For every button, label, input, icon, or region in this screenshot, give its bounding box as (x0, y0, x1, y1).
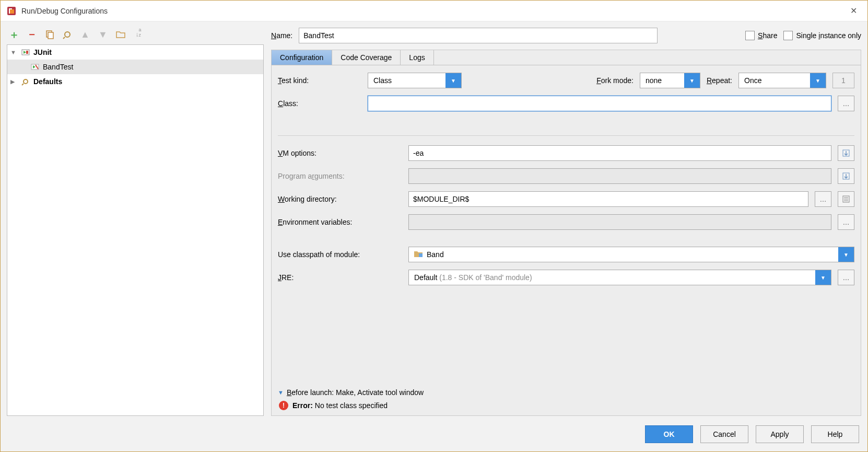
chevron-down-icon[interactable]: ▼ (810, 73, 826, 88)
working-dir-input[interactable] (408, 191, 808, 207)
close-icon[interactable]: ✕ (846, 4, 861, 18)
tab-configuration[interactable]: Configuration (272, 50, 332, 65)
tree-label-defaults: Defaults (33, 77, 62, 86)
tree-node-bandtest[interactable]: BandTest (7, 60, 263, 74)
jre-hint: (1.8 - SDK of 'Band' module) (439, 273, 532, 282)
chevron-down-icon[interactable]: ▼ (445, 73, 461, 88)
move-up-icon[interactable]: ▲ (80, 29, 90, 40)
single-instance-label: Single instance only (796, 31, 861, 40)
testkind-value: Class (368, 76, 445, 85)
checkbox-icon (745, 31, 755, 40)
wrench-gear-icon (21, 77, 30, 86)
vm-options-label: VM options: (278, 149, 402, 157)
classpath-module-combo[interactable]: Band ▼ (408, 247, 854, 262)
svg-rect-8 (26, 51, 28, 54)
single-instance-checkbox[interactable]: Single instance only (783, 31, 861, 40)
left-panel: ＋ − ▲ ▼ ↓az ▼ (7, 27, 264, 416)
classpath-module-label: Use classpath of module: (278, 250, 402, 259)
remove-icon[interactable]: − (27, 29, 37, 40)
tree-label-bandtest: BandTest (43, 63, 73, 71)
tab-logs[interactable]: Logs (401, 50, 433, 65)
tree-node-junit[interactable]: ▼ JUnit (7, 45, 263, 60)
chevron-down-icon: ▼ (278, 389, 284, 396)
dialog-buttons: OK Cancel Apply Help (7, 416, 861, 445)
chevron-down-icon[interactable]: ▼ (838, 247, 854, 262)
right-panel: Name: Share Single instance only Configu… (271, 27, 861, 416)
chevron-down-icon[interactable]: ▼ (10, 49, 18, 55)
name-label: Name: (271, 31, 292, 40)
testkind-combo[interactable]: Class ▼ (368, 73, 462, 88)
repeat-combo[interactable]: Once ▼ (738, 73, 826, 88)
env-vars-label: Environment variables: (278, 218, 402, 226)
share-checkbox[interactable]: Share (745, 31, 777, 40)
jre-browse-button[interactable]: … (838, 270, 854, 285)
cancel-button[interactable]: Cancel (700, 425, 748, 443)
error-message: No test class specified (313, 401, 388, 410)
workdir-list-icon[interactable] (838, 191, 854, 207)
copy-icon[interactable] (44, 29, 55, 40)
chevron-right-icon[interactable]: ▶ (10, 78, 18, 85)
sort-az-icon[interactable]: ↓az (133, 29, 144, 40)
titlebar: Run/Debug Configurations ✕ (1, 1, 867, 21)
class-input[interactable] (368, 96, 831, 111)
junit-item-icon (30, 63, 40, 71)
svg-point-12 (24, 79, 28, 84)
help-button[interactable]: Help (811, 425, 859, 443)
program-args-input (408, 168, 831, 184)
config-pane: Configuration Code Coverage Logs Test ki… (271, 50, 861, 416)
app-icon (7, 6, 16, 16)
svg-point-5 (65, 32, 70, 37)
share-label: Share (758, 31, 777, 40)
expand-args-icon[interactable] (838, 168, 854, 184)
tree-label-junit: JUnit (33, 48, 52, 56)
repeat-value: Once (739, 76, 810, 85)
tab-code-coverage[interactable]: Code Coverage (332, 50, 401, 65)
forkmode-label: Fork mode: (596, 76, 634, 85)
error-row: ! Error: No test class specified (278, 397, 854, 410)
tree-node-defaults[interactable]: ▶ Defaults (7, 74, 263, 89)
window-title: Run/Debug Configurations (21, 7, 108, 15)
repeat-count-input (832, 73, 854, 88)
forkmode-value: none (640, 76, 684, 85)
before-launch-toggle[interactable]: ▼ Before launch: Make, Activate tool win… (278, 384, 854, 397)
apply-button[interactable]: Apply (756, 425, 804, 443)
vm-options-input[interactable] (408, 145, 831, 161)
testkind-label: Test kind: (278, 76, 361, 85)
env-vars-browse-button[interactable]: … (838, 214, 854, 230)
folder-icon[interactable] (115, 29, 126, 40)
config-tree[interactable]: ▼ JUnit BandTest ▶ (7, 44, 264, 416)
class-label: Class: (278, 99, 361, 108)
module-icon (414, 250, 423, 259)
program-args-label: Program arguments: (278, 172, 402, 180)
browse-class-button[interactable]: … (838, 96, 854, 111)
config-toolbar: ＋ − ▲ ▼ ↓az (7, 27, 264, 44)
browse-workdir-button[interactable]: … (815, 191, 831, 207)
expand-vm-icon[interactable] (838, 145, 854, 161)
jre-label: JRE: (278, 273, 402, 282)
svg-rect-2 (10, 9, 14, 14)
divider (278, 135, 854, 136)
jre-value: Default (414, 273, 439, 282)
env-vars-input[interactable] (408, 214, 831, 230)
before-launch-label: Before launch: Make, Activate tool windo… (287, 388, 424, 397)
chevron-down-icon[interactable]: ▼ (815, 270, 831, 285)
error-label: Error: (292, 401, 313, 410)
jre-combo[interactable]: Default (1.8 - SDK of 'Band' module) ▼ (408, 270, 831, 285)
ok-button[interactable]: OK (645, 425, 693, 443)
svg-rect-19 (419, 253, 423, 257)
svg-rect-4 (48, 32, 53, 39)
add-icon[interactable]: ＋ (9, 29, 19, 40)
move-down-icon[interactable]: ▼ (98, 29, 108, 40)
content-area: ＋ − ▲ ▼ ↓az ▼ (1, 21, 867, 451)
checkbox-icon (783, 31, 793, 40)
form-area: Test kind: Class ▼ Fork mode: none ▼ Rep… (272, 65, 861, 415)
junit-icon (21, 48, 30, 56)
working-dir-label: Working directory: (278, 195, 402, 203)
settings-wrench-icon[interactable] (62, 29, 73, 40)
chevron-down-icon[interactable]: ▼ (684, 73, 700, 88)
name-input[interactable] (299, 28, 658, 43)
classpath-module-value: Band (427, 250, 444, 259)
forkmode-combo[interactable]: none ▼ (640, 73, 700, 88)
error-icon: ! (279, 401, 288, 410)
repeat-label: Repeat: (707, 76, 732, 85)
